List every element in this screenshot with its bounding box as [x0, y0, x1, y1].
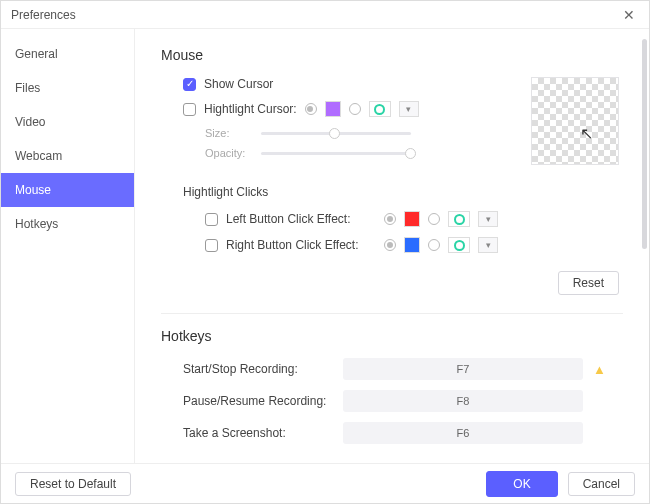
right-click-solid-swatch[interactable] — [404, 237, 420, 253]
left-click-solid-radio[interactable] — [384, 213, 396, 225]
hotkey-pause-resume-field[interactable]: F8 — [343, 390, 583, 412]
highlight-cursor-checkbox[interactable] — [183, 103, 196, 116]
highlight-clicks-title: Hightlight Clicks — [183, 185, 623, 199]
sidebar: General Files Video Webcam Mouse Hotkeys — [1, 29, 135, 463]
left-click-ring-dropdown[interactable]: ▾ — [478, 211, 498, 227]
mouse-section-title: Mouse — [161, 47, 623, 63]
hotkeys-section-title: Hotkeys — [161, 328, 623, 344]
sidebar-item-hotkeys[interactable]: Hotkeys — [1, 207, 134, 241]
right-click-checkbox[interactable] — [205, 239, 218, 252]
reset-to-default-button[interactable]: Reset to Default — [15, 472, 131, 496]
highlight-solid-swatch[interactable] — [325, 101, 341, 117]
highlight-cursor-label: Hightlight Cursor: — [204, 102, 297, 116]
opacity-slider[interactable] — [261, 152, 411, 155]
cursor-icon: ↖ — [580, 124, 593, 143]
titlebar: Preferences ✕ — [1, 1, 649, 29]
close-icon[interactable]: ✕ — [619, 5, 639, 25]
right-click-ring-radio[interactable] — [428, 239, 440, 251]
show-cursor-label: Show Cursor — [204, 77, 273, 91]
sidebar-item-files[interactable]: Files — [1, 71, 134, 105]
opacity-slider-thumb[interactable] — [405, 148, 416, 159]
reset-button[interactable]: Reset — [558, 271, 619, 295]
highlight-ring-dropdown[interactable]: ▾ — [399, 101, 419, 117]
hotkey-start-stop-field[interactable]: F7 — [343, 358, 583, 380]
size-label: Size: — [205, 127, 247, 139]
warning-icon: ▲ — [593, 362, 606, 377]
sidebar-item-mouse[interactable]: Mouse — [1, 173, 134, 207]
right-click-solid-radio[interactable] — [384, 239, 396, 251]
show-cursor-checkbox[interactable]: ✓ — [183, 78, 196, 91]
main-panel: Mouse ✓ Show Cursor Hightlight Cursor: — [135, 29, 649, 463]
highlight-ring-radio[interactable] — [349, 103, 361, 115]
right-click-label: Right Button Click Effect: — [226, 238, 376, 252]
left-click-ring-swatch[interactable] — [448, 211, 470, 227]
hotkey-screenshot-field[interactable]: F6 — [343, 422, 583, 444]
left-click-ring-radio[interactable] — [428, 213, 440, 225]
footer: Reset to Default OK Cancel — [1, 463, 649, 503]
section-divider — [161, 313, 623, 314]
hotkey-pause-resume-label: Pause/Resume Recording: — [183, 394, 343, 408]
hotkey-start-stop-label: Start/Stop Recording: — [183, 362, 343, 376]
cursor-preview: ↖ — [531, 77, 619, 165]
ok-button[interactable]: OK — [486, 471, 557, 497]
left-click-checkbox[interactable] — [205, 213, 218, 226]
opacity-label: Opacity: — [205, 147, 247, 159]
hotkey-screenshot-label: Take a Screenshot: — [183, 426, 343, 440]
scrollbar-thumb[interactable] — [642, 39, 647, 249]
highlight-solid-radio[interactable] — [305, 103, 317, 115]
left-click-label: Left Button Click Effect: — [226, 212, 376, 226]
sidebar-item-general[interactable]: General — [1, 37, 134, 71]
right-click-ring-dropdown[interactable]: ▾ — [478, 237, 498, 253]
preferences-window: Preferences ✕ General Files Video Webcam… — [0, 0, 650, 504]
sidebar-item-webcam[interactable]: Webcam — [1, 139, 134, 173]
highlight-ring-swatch[interactable] — [369, 101, 391, 117]
window-title: Preferences — [11, 8, 76, 22]
size-slider-thumb[interactable] — [329, 128, 340, 139]
cancel-button[interactable]: Cancel — [568, 472, 635, 496]
left-click-solid-swatch[interactable] — [404, 211, 420, 227]
right-click-ring-swatch[interactable] — [448, 237, 470, 253]
size-slider[interactable] — [261, 132, 411, 135]
sidebar-item-video[interactable]: Video — [1, 105, 134, 139]
